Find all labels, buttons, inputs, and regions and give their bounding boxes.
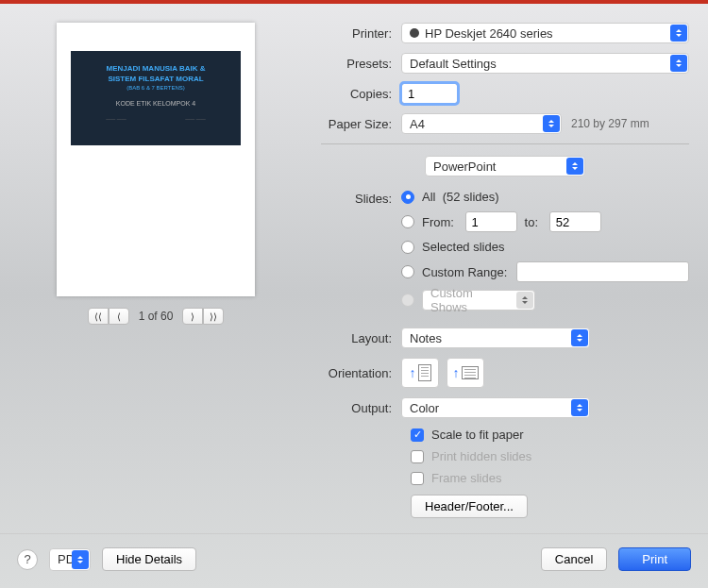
- app-section-select[interactable]: PowerPoint: [425, 156, 585, 176]
- slides-from-input[interactable]: [465, 211, 517, 232]
- orientation-landscape-button[interactable]: ↑: [447, 358, 484, 388]
- last-page-button[interactable]: ⟩⟩: [203, 308, 224, 325]
- slides-from-radio[interactable]: [401, 215, 414, 228]
- layout-label: Layout:: [321, 331, 401, 345]
- arrow-up-icon: ↑: [453, 365, 460, 380]
- printer-icon: [410, 28, 419, 38]
- slides-all-radio[interactable]: [401, 191, 414, 204]
- presets-select[interactable]: Default Settings: [401, 53, 689, 74]
- frame-slides-checkbox: [411, 472, 424, 485]
- paper-size-hint: 210 by 297 mm: [571, 117, 649, 130]
- orientation-label: Orientation:: [321, 366, 401, 380]
- cancel-button[interactable]: Cancel: [541, 547, 607, 571]
- custom-range-input[interactable]: [516, 261, 689, 282]
- output-select[interactable]: Color: [401, 397, 590, 418]
- custom-shows-select: Custom Shows: [422, 290, 535, 311]
- slides-custom-shows-radio: [401, 294, 414, 307]
- hide-details-button[interactable]: Hide Details: [102, 547, 196, 571]
- prev-page-button[interactable]: ⟨: [109, 308, 129, 325]
- paper-size-select[interactable]: A4: [401, 113, 562, 134]
- orientation-portrait-button[interactable]: ↑: [401, 358, 439, 388]
- copies-label: Copies:: [321, 87, 401, 101]
- arrow-up-icon: ↑: [410, 365, 416, 380]
- copies-input[interactable]: [401, 83, 458, 104]
- slide-thumbnail: MENJADI MANUSIA BAIK & SISTEM FILSAFAT M…: [71, 51, 241, 145]
- header-footer-button[interactable]: Header/Footer...: [411, 495, 528, 518]
- layout-select[interactable]: Notes: [401, 328, 590, 348]
- output-label: Output:: [321, 401, 401, 415]
- next-page-button[interactable]: ⟩: [182, 308, 203, 325]
- paper-size-label: Paper Size:: [321, 117, 401, 131]
- printer-select[interactable]: HP Deskjet 2640 series: [401, 23, 689, 43]
- slides-to-input[interactable]: [549, 211, 601, 232]
- presets-label: Presets:: [321, 57, 401, 71]
- print-preview: MENJADI MANUSIA BAIK & SISTEM FILSAFAT M…: [57, 23, 255, 296]
- slides-selected-radio[interactable]: [401, 241, 414, 254]
- print-button[interactable]: Print: [618, 547, 691, 571]
- page-indicator: 1 of 60: [139, 310, 174, 323]
- first-page-button[interactable]: ⟨⟨: [88, 308, 109, 325]
- print-hidden-checkbox: [411, 450, 424, 463]
- scale-to-fit-checkbox[interactable]: [411, 428, 424, 442]
- pdf-menu[interactable]: PDF: [49, 548, 91, 571]
- help-button[interactable]: ?: [17, 549, 38, 570]
- printer-label: Printer:: [321, 26, 401, 41]
- slides-label: Slides:: [321, 190, 401, 206]
- slides-custom-range-radio[interactable]: [401, 265, 414, 278]
